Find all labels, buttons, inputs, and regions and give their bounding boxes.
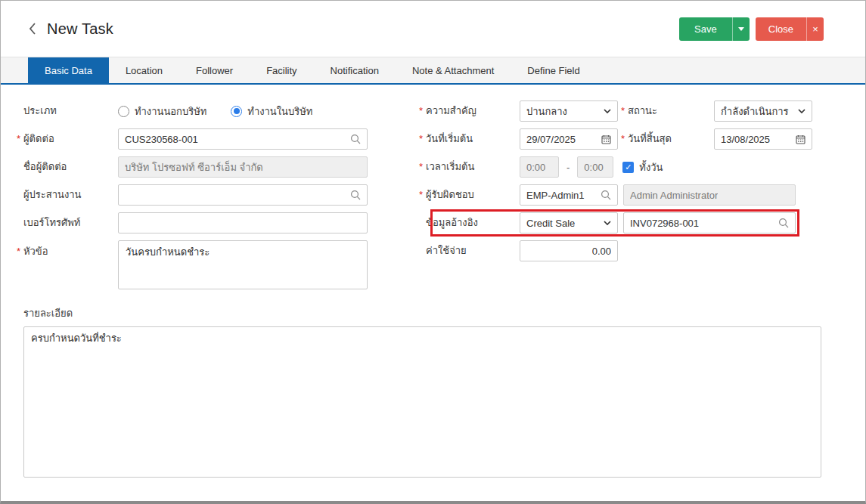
priority-status-row: *ความสำคัญ ปานกลาง *สถานะ กำลังดำเนินการ — [426, 100, 821, 122]
start-date-label: *วันที่เริ่มต้น — [426, 133, 520, 145]
coordinator-label: ผู้ประสานงาน — [23, 189, 118, 201]
type-radio-group: ทำงานนอกบริษัท ทำงานในบริษัท — [118, 104, 337, 119]
header-actions: Save Close × — [679, 17, 824, 41]
reference-doc-input[interactable]: INV072968-001 — [623, 212, 796, 233]
start-time-label: *เวลาเริ่มต้น — [426, 161, 520, 173]
chevron-left-icon — [28, 22, 36, 36]
header: New Task Save Close × — [1, 1, 865, 57]
expense-label: ค่าใช้จ่าย — [426, 245, 520, 257]
tab-basic-data[interactable]: Basic Data — [28, 57, 109, 83]
owner-name-input: Admin Administrator — [623, 184, 796, 206]
tab-notification[interactable]: Notification — [314, 57, 396, 83]
close-icon: × — [812, 24, 818, 34]
priority-label: *ความสำคัญ — [426, 105, 520, 117]
close-button[interactable]: Close — [756, 17, 806, 41]
radio-unchecked-icon — [118, 106, 129, 117]
contact-label: *ผู้ติดต่อ — [23, 133, 118, 145]
type-label: ประเภท — [23, 105, 118, 117]
radio-checked-icon — [231, 106, 242, 117]
reference-row: ข้อมูลอ้างอิง Credit Sale INV072968-001 — [426, 212, 821, 233]
search-icon[interactable] — [601, 190, 611, 200]
tab-location[interactable]: Location — [109, 57, 179, 83]
type-row: ประเภท ทำงานนอกบริษัท ทำงานในบริษัท — [23, 100, 368, 122]
calendar-icon[interactable] — [601, 135, 611, 144]
save-button[interactable]: Save — [679, 17, 732, 41]
basic-data-form: ประเภท ทำงานนอกบริษัท ทำงานในบริษัท *ผู — [1, 85, 865, 478]
checkbox-checked-icon: ✓ — [622, 162, 634, 173]
coordinator-row: ผู้ประสานงาน — [23, 184, 368, 206]
details-textarea[interactable]: ครบกำหนดวันที่ชำระ — [23, 326, 821, 478]
close-split-button: Close × — [756, 17, 824, 41]
contact-input[interactable]: CUS230568-001 — [118, 128, 368, 150]
save-dropdown-button[interactable] — [732, 17, 750, 41]
form-right-column: *ความสำคัญ ปานกลาง *สถานะ กำลังดำเนินการ — [426, 100, 821, 296]
chevron-down-icon — [738, 27, 744, 31]
time-row: *เวลาเริ่มต้น 0:00 - 0:00 ✓ ทั้งวัน — [426, 156, 821, 178]
time-separator: - — [566, 162, 570, 173]
owner-row: *ผู้รับผิดชอบ EMP-Admin1 Admin Administr… — [426, 184, 821, 206]
contact-name-input: บริษัท โปรซอฟท์ ซีอาร์เอ็ม จำกัด — [118, 156, 368, 178]
back-button[interactable] — [28, 22, 36, 36]
subject-row: *หัวข้อ วันครบกำหนดชำระ — [23, 240, 368, 289]
dates-row: *วันที่เริ่มต้น 29/07/2025 *วันที่สิ้นสุ… — [426, 128, 821, 150]
priority-select[interactable]: ปานกลาง — [520, 100, 618, 122]
owner-code-input[interactable]: EMP-Admin1 — [520, 184, 618, 206]
subject-textarea[interactable]: วันครบกำหนดชำระ — [118, 240, 368, 289]
all-day-checkbox[interactable]: ✓ ทั้งวัน — [622, 159, 663, 175]
details-section: รายละเอียด ครบกำหนดวันที่ชำระ — [23, 305, 843, 478]
chevron-down-icon — [604, 109, 611, 113]
phone-label: เบอร์โทรศัพท์ — [23, 217, 118, 229]
contact-name-row: ชื่อผู้ติดต่อ บริษัท โปรซอฟท์ ซีอาร์เอ็ม… — [23, 156, 368, 178]
coordinator-input[interactable] — [118, 184, 368, 206]
status-select[interactable]: กำลังดำเนินการ — [714, 100, 812, 122]
radio-work-inside[interactable]: ทำงานในบริษัท — [231, 104, 312, 119]
tab-follower[interactable]: Follower — [179, 57, 250, 83]
search-icon[interactable] — [350, 134, 361, 144]
calendar-icon[interactable] — [796, 135, 805, 144]
search-icon[interactable] — [350, 190, 361, 200]
contact-row: *ผู้ติดต่อ CUS230568-001 — [23, 128, 368, 150]
page-title: New Task — [47, 20, 113, 38]
contact-name-label: ชื่อผู้ติดต่อ — [23, 161, 118, 173]
time-from-input: 0:00 — [520, 156, 559, 178]
subject-label: *หัวข้อ — [23, 246, 118, 258]
close-x-button[interactable]: × — [806, 17, 824, 41]
tab-define-field[interactable]: Define Field — [511, 57, 596, 83]
expense-row: ค่าใช้จ่าย 0.00 — [426, 240, 821, 261]
search-icon[interactable] — [778, 218, 789, 228]
tab-bar: Basic Data Location Follower Facility No… — [1, 57, 865, 85]
phone-input[interactable] — [118, 212, 368, 233]
end-date-input[interactable]: 13/08/2025 — [714, 128, 812, 150]
start-date-input[interactable]: 29/07/2025 — [520, 128, 618, 150]
new-task-window: New Task Save Close × Basic Data Locatio… — [0, 0, 866, 504]
reference-label: ข้อมูลอ้างอิง — [426, 217, 520, 229]
tab-facility[interactable]: Facility — [250, 57, 313, 83]
status-label: *สถานะ — [618, 105, 714, 117]
owner-label: *ผู้รับผิดชอบ — [426, 189, 520, 201]
radio-work-outside[interactable]: ทำงานนอกบริษัท — [118, 104, 206, 119]
phone-row: เบอร์โทรศัพท์ — [23, 212, 368, 233]
chevron-down-icon — [604, 221, 611, 225]
form-left-column: ประเภท ทำงานนอกบริษัท ทำงานในบริษัท *ผู — [23, 100, 368, 296]
time-to-input: 0:00 — [577, 156, 613, 178]
reference-type-select[interactable]: Credit Sale — [520, 212, 618, 233]
details-label: รายละเอียด — [23, 305, 843, 321]
tab-note-attachment[interactable]: Note & Attachment — [396, 57, 511, 83]
end-date-label: *วันที่สิ้นสุด — [618, 133, 714, 145]
expense-input[interactable]: 0.00 — [520, 240, 618, 261]
chevron-down-icon — [798, 109, 805, 113]
save-split-button: Save — [679, 17, 750, 41]
